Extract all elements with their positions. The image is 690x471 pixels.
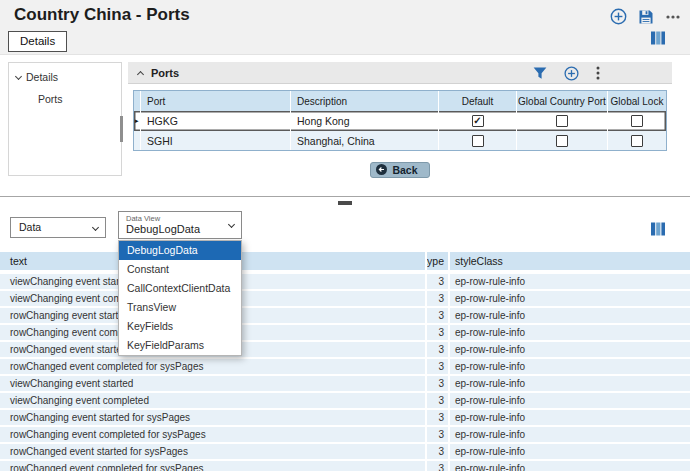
data-select[interactable]: Data [10,217,106,238]
log-view-icon[interactable] [650,30,666,46]
column-header-port[interactable]: Port [141,91,291,111]
log-row[interactable]: rowChanging event started for sysPages3e… [0,410,690,425]
log-row[interactable]: rowChanged event started for sysPages3ep… [0,342,690,357]
log-row[interactable]: viewChanging event completed3ep-row-rule… [0,393,690,408]
log-table-header: text type styleClass [0,252,690,272]
data-view-option[interactable]: DebugLogData [119,241,241,260]
data-view-select[interactable]: Data View DebugLogData [118,211,242,239]
log-row[interactable]: rowChanging event completed for sysPages… [0,325,690,340]
column-header-description[interactable]: Description [291,91,439,111]
selected-row-marker [134,131,141,150]
log-type-cell: 3 [425,342,448,357]
column-header-global-country-port[interactable]: Global Country Port [517,91,608,111]
chevron-down-icon [92,223,99,230]
log-column-header-type[interactable]: type [425,252,448,270]
data-view-option[interactable]: KeyFieldParams [119,336,241,355]
data-select-value: Data [19,221,41,233]
data-view-option[interactable]: Constant [119,260,241,279]
section-divider [0,196,690,197]
global-lock-checkbox[interactable] [631,135,643,147]
global-country-port-checkbox[interactable] [556,135,568,147]
log-styleclass-cell: ep-row-rule-info [448,325,690,340]
tree-item-ports[interactable]: Ports [9,83,121,105]
data-view-value: DebugLogData [126,223,200,235]
splitter-handle[interactable] [120,116,123,142]
data-view-dropdown: DebugLogDataConstantCallContextClientDat… [118,240,242,356]
ports-table-row[interactable]: SGHIShanghai, China [134,131,666,150]
default-checkbox[interactable]: ✓ [472,115,484,127]
ports-table: Port Description Default Global Country … [133,90,667,151]
log-type-cell: 3 [425,325,448,340]
ports-table-row[interactable]: ▸HGKGHong Kong✓ [134,111,666,131]
add-icon[interactable] [564,66,579,81]
log-row[interactable]: rowChanging event started for sysPages3e… [0,308,690,323]
ports-panel-header: Ports [128,62,672,84]
log-styleclass-cell: ep-row-rule-info [448,274,690,289]
header-actions [610,8,681,25]
log-row[interactable]: rowChanged event started for sysPages3ep… [0,444,690,459]
global-lock-checkbox[interactable] [631,115,643,127]
ports-panel-actions [533,62,600,84]
back-button-label: Back [392,164,417,176]
log-styleclass-cell: ep-row-rule-info [448,461,690,471]
log-styleclass-cell: ep-row-rule-info [448,308,690,323]
app-window: Country China - Ports Details Details Po… [0,0,690,471]
page-title: Country China - Ports [14,5,190,25]
data-view-option[interactable]: CallContextClientData [119,279,241,298]
details-tree: Details Ports [8,62,122,176]
more-options-icon[interactable] [665,9,681,25]
log-row[interactable]: rowChanged event completed for sysPages3… [0,461,690,471]
log-text-cell: rowChanging event started for sysPages [0,410,425,425]
tab-details[interactable]: Details [8,31,67,52]
port-cell: HGKG [141,111,291,131]
marker-column [134,91,141,111]
data-view-label: Data View [126,214,160,223]
global-country-port-checkbox[interactable] [556,115,568,127]
description-cell: Shanghai, China [291,131,439,150]
log-type-cell: 3 [425,308,448,323]
log-type-cell: 3 [425,427,448,442]
filter-icon[interactable] [533,66,547,80]
log-text-cell: rowChanging event completed for sysPages [0,427,425,442]
log-column-header-styleclass[interactable]: styleClass [448,252,690,270]
global-lock-cell [608,111,666,131]
log-styleclass-cell: ep-row-rule-info [448,444,690,459]
ports-table-header: Port Description Default Global Country … [134,91,666,111]
log-row[interactable]: rowChanged event completed for sysPages3… [0,359,690,374]
columns-icon[interactable] [650,221,666,237]
ports-table-body: ▸HGKGHong Kong✓SGHIShanghai, China [134,111,666,150]
log-styleclass-cell: ep-row-rule-info [448,427,690,442]
kebab-menu-icon[interactable] [596,65,600,81]
chevron-down-icon [15,72,22,79]
log-text-cell: viewChanging event started [0,376,425,391]
add-circle-icon[interactable] [610,8,627,25]
log-styleclass-cell: ep-row-rule-info [448,342,690,357]
log-row[interactable]: rowChanging event completed for sysPages… [0,427,690,442]
log-text-cell: rowChanged event started for sysPages [0,444,425,459]
log-styleclass-cell: ep-row-rule-info [448,291,690,306]
chevron-down-icon [228,221,235,228]
page-header: Country China - Ports Details [0,0,690,55]
back-arrow-icon [376,164,387,175]
ports-panel-title: Ports [151,67,179,79]
log-type-cell: 3 [425,359,448,374]
log-row[interactable]: viewChanging event started3ep-row-rule-i… [0,376,690,391]
save-icon[interactable] [638,9,654,25]
log-row[interactable]: viewChanging event completed3ep-row-rule… [0,291,690,306]
log-type-cell: 3 [425,461,448,471]
divider-grip[interactable] [338,201,352,205]
default-cell: ✓ [439,111,517,131]
log-type-cell: 3 [425,444,448,459]
tree-item-label: Ports [38,93,63,105]
log-styleclass-cell: ep-row-rule-info [448,410,690,425]
column-header-global-lock[interactable]: Global Lock [608,91,666,111]
column-header-default[interactable]: Default [439,91,517,111]
back-button[interactable]: Back [370,162,429,178]
collapse-chevron-icon[interactable] [137,70,144,77]
log-text-cell: rowChanged event completed for sysPages [0,359,425,374]
default-checkbox[interactable] [472,135,484,147]
log-row[interactable]: viewChanging event started3ep-row-rule-i… [0,274,690,289]
data-view-option[interactable]: KeyFields [119,317,241,336]
tree-item-details[interactable]: Details [9,63,121,83]
data-view-option[interactable]: TransView [119,298,241,317]
